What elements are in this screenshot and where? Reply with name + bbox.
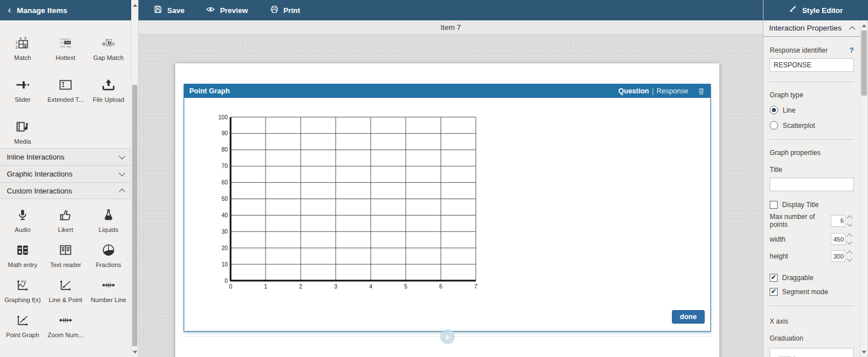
display-title-row[interactable]: Display Title: [770, 201, 854, 209]
svg-text:7: 7: [474, 283, 478, 290]
tool-label: Extended T...: [47, 96, 84, 103]
width-stepper[interactable]: 450: [831, 233, 854, 246]
scroll-down-arrow[interactable]: [861, 348, 867, 356]
sidebar-item-match[interactable]: ab12 Match: [1, 23, 44, 64]
scrollbar-thumb[interactable]: [132, 85, 137, 346]
svg-text:0: 0: [224, 278, 228, 284]
draggable-label: Draggable: [782, 274, 813, 282]
graph-type-option-line[interactable]: Line: [770, 106, 854, 114]
response-identifier-label: Response identifier: [770, 46, 828, 54]
sidebar-item-likert[interactable]: Likert: [44, 201, 87, 236]
sidebar-item-line-point[interactable]: Line & Point: [44, 272, 87, 307]
spin-down-icon[interactable]: [847, 239, 853, 245]
svg-text:1: 1: [264, 283, 267, 290]
sidebar-section-inline-interactions[interactable]: Inline Interactions: [0, 148, 131, 165]
point-graph-widget: Point Graph Question | Response 01020304…: [184, 84, 711, 332]
response-identifier-input[interactable]: [770, 58, 854, 72]
draggable-checkbox[interactable]: [770, 274, 778, 282]
section-label: Custom Interactions: [7, 187, 72, 195]
spin-up-icon[interactable]: [847, 234, 853, 239]
item-title: Item 7: [440, 23, 461, 32]
svg-text:text cap: text cap: [60, 45, 71, 48]
done-button[interactable]: done: [672, 310, 705, 324]
spin-down-icon[interactable]: [847, 221, 853, 226]
height-stepper[interactable]: 300: [831, 250, 854, 263]
spin-up-icon[interactable]: [847, 215, 853, 221]
trash-icon[interactable]: [697, 87, 705, 96]
max-points-value[interactable]: 6: [831, 215, 845, 227]
scroll-down-arrow[interactable]: [132, 348, 138, 356]
sidebar-item-text-reader[interactable]: Text reader: [44, 236, 87, 272]
sidebar-item-zoom-number-line[interactable]: Zoom Num...: [44, 307, 87, 342]
tool-label: Graphing f(x): [5, 296, 41, 303]
svg-text:b: b: [107, 40, 111, 46]
add-block-button[interactable]: +: [440, 329, 455, 344]
title-input[interactable]: [770, 178, 854, 191]
math-entry-icon: [15, 243, 30, 257]
sidebar-item-math-entry[interactable]: Math entry: [1, 236, 44, 272]
sidebar-item-fractions[interactable]: Fractions: [87, 236, 130, 272]
panel-scrollbar[interactable]: [860, 20, 868, 357]
sidebar-item-number-line[interactable]: Number Line: [87, 272, 130, 307]
sidebar-item-file-upload[interactable]: File Upload: [87, 64, 130, 106]
svg-text:50: 50: [222, 196, 228, 202]
tab-question[interactable]: Question: [618, 87, 649, 95]
interaction-properties-header[interactable]: Interaction Properties: [763, 20, 860, 37]
section-label: Inline Interactions: [7, 153, 64, 161]
draggable-row[interactable]: Draggable: [770, 274, 854, 282]
tab-response[interactable]: Response: [657, 87, 688, 95]
spin-up-icon[interactable]: [847, 251, 853, 256]
height-row: height 300: [770, 250, 854, 263]
max-points-label: Max number of points: [770, 213, 831, 229]
sidebar-item-hottext[interactable]: Lorem ire.text capHott Hottext: [44, 23, 87, 64]
sidebar-section-graphic-interactions[interactable]: Graphic Interactions: [0, 165, 131, 182]
radio-scatterplot-label: Scatterplot: [783, 122, 815, 130]
point-graph-plot[interactable]: 010203040506070809010001234567: [214, 113, 484, 294]
sidebar-item-media[interactable]: Media: [1, 106, 44, 148]
print-button[interactable]: Print: [262, 0, 309, 20]
height-value[interactable]: 300: [831, 250, 845, 262]
scroll-up-arrow[interactable]: [132, 1, 138, 9]
item-canvas: Point Graph Question | Response 01020304…: [138, 35, 763, 357]
segment-mode-checkbox[interactable]: [770, 288, 778, 296]
sidebar-item-gap-match[interactable]: abc Gap Match: [87, 23, 130, 64]
point-graph-footer: done: [184, 306, 710, 331]
sidebar-item-graphing-fx[interactable]: f(x) Graphing f(x): [1, 272, 44, 307]
print-label: Print: [284, 6, 301, 15]
scrollbar-thumb[interactable]: [861, 31, 867, 96]
spin-down-icon[interactable]: [847, 256, 853, 262]
save-button[interactable]: Save: [145, 0, 192, 20]
sidebar-scrollbar[interactable]: [131, 0, 138, 357]
tool-label: Gap Match: [93, 54, 124, 61]
interaction-properties-body: Response identifier ? Graph type Line Sc…: [763, 37, 860, 357]
chevron-down-icon: [119, 153, 125, 159]
width-value[interactable]: 450: [831, 233, 845, 245]
hottext-icon: Lorem ire.text capHott: [58, 36, 73, 50]
tool-label: Slider: [15, 96, 31, 103]
graph-type-option-scatterplot[interactable]: Scatterplot: [770, 121, 854, 130]
scroll-up-arrow[interactable]: [861, 21, 867, 29]
tool-label: Match: [14, 54, 31, 61]
style-panel: Interaction Properties Response identifi…: [763, 20, 860, 357]
sidebar-item-slider[interactable]: Slider: [1, 64, 44, 106]
radio-scatterplot[interactable]: [770, 121, 778, 130]
max-points-stepper[interactable]: 6: [831, 214, 854, 227]
help-icon[interactable]: ?: [849, 46, 854, 54]
preview-button[interactable]: Preview: [198, 0, 255, 20]
graph-properties-label: Graph properties: [770, 149, 854, 157]
segment-mode-row[interactable]: Segment mode: [770, 288, 854, 296]
point-graph-icon: [15, 313, 30, 328]
display-title-checkbox[interactable]: [770, 201, 778, 209]
sidebar-item-extended-text[interactable]: Extended T...: [44, 64, 87, 106]
sidebar-item-audio[interactable]: Audio: [1, 201, 44, 236]
style-editor-header[interactable]: Style Editor: [763, 0, 868, 20]
widget-title: Point Graph: [189, 87, 230, 95]
point-graph-widget-header: Point Graph Question | Response: [184, 84, 710, 98]
preview-label: Preview: [220, 6, 248, 15]
sidebar-item-liquids[interactable]: Liquids: [87, 201, 130, 236]
svg-text:1: 1: [16, 40, 18, 44]
manage-items-header[interactable]: ‹ Manage Items: [0, 0, 131, 20]
sidebar-item-point-graph[interactable]: Point Graph: [1, 307, 44, 342]
radio-line[interactable]: [770, 106, 778, 114]
sidebar-section-custom-interactions[interactable]: Custom Interactions: [0, 182, 131, 199]
